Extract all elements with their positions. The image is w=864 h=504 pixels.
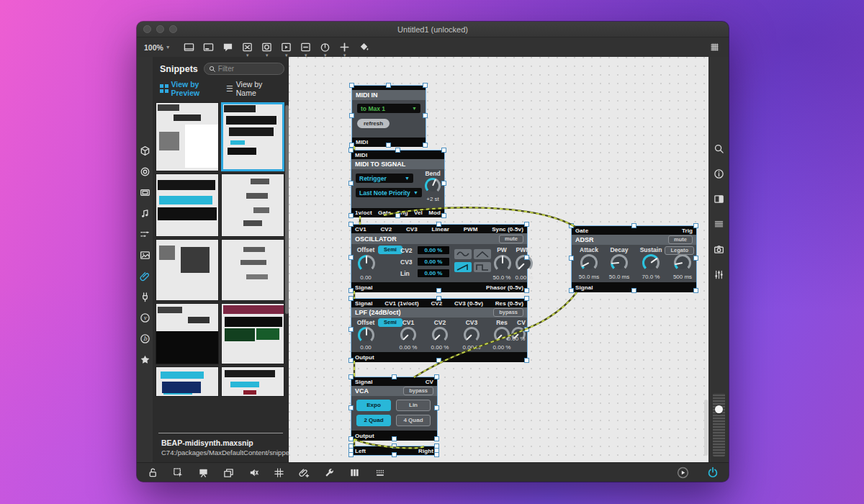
module-midi-in[interactable]: MIDI IN to Max 1▼ refresh MIDI: [351, 85, 426, 146]
selection-handle[interactable]: [423, 143, 428, 148]
refresh-button[interactable]: refresh: [357, 119, 390, 128]
message-box-icon[interactable]: [202, 40, 216, 55]
zoom-button[interactable]: [169, 25, 177, 33]
playbar-icon[interactable]: ▼: [279, 40, 294, 55]
toggle-icon[interactable]: ▼: [240, 40, 255, 55]
selection-handle[interactable]: [348, 222, 354, 227]
module-vca[interactable]: Signal CV VCA bypass Expo Lin 2 Quad 4 Q…: [351, 377, 438, 440]
adsr-mute-button[interactable]: mute: [668, 235, 693, 244]
snippet-thumbnail[interactable]: [156, 303, 219, 364]
layers-icon[interactable]: [221, 465, 235, 480]
selection-handle[interactable]: [386, 143, 391, 148]
close-button[interactable]: [143, 25, 151, 33]
dial-icon[interactable]: ▼: [318, 40, 333, 55]
selection-handle[interactable]: [569, 288, 574, 293]
selection-handle[interactable]: [349, 143, 354, 148]
waveform-triangle-button[interactable]: [474, 249, 491, 259]
vca-4quad-button[interactable]: 4 Quad: [396, 415, 431, 426]
selection-handle[interactable]: [436, 296, 441, 301]
lpf-cv3-knob[interactable]: [464, 327, 480, 343]
snippet-thumbnail[interactable]: [221, 174, 284, 237]
selection-handle[interactable]: [693, 223, 698, 228]
waveform-sine-button[interactable]: [454, 249, 472, 259]
keyboard-icon[interactable]: [372, 465, 387, 480]
format-bucket-icon[interactable]: [357, 40, 372, 55]
snippet-thumbnail[interactable]: [221, 303, 284, 364]
lpf-cv2-knob[interactable]: [432, 327, 448, 343]
snippets-search[interactable]: [204, 63, 284, 75]
selection-handle[interactable]: [348, 374, 354, 379]
vca-bypass-button[interactable]: bypass: [403, 387, 433, 395]
beap-icon[interactable]: b: [139, 333, 151, 345]
object-palette-icon[interactable]: [707, 40, 721, 55]
selection-handle[interactable]: [631, 288, 636, 293]
number-box-icon[interactable]: ▼: [299, 40, 313, 55]
piano-keys-icon[interactable]: [347, 465, 361, 480]
snippet-thumbnail[interactable]: [156, 366, 219, 397]
selection-handle[interactable]: [348, 181, 354, 186]
selection-handle[interactable]: [524, 288, 529, 293]
run-button-icon[interactable]: [675, 465, 690, 480]
lock-toggle-icon[interactable]: [145, 465, 160, 480]
selection-handle[interactable]: [434, 452, 439, 457]
selection-handle[interactable]: [524, 358, 529, 363]
selection-handle[interactable]: [348, 436, 354, 441]
selection-handle[interactable]: [349, 113, 354, 118]
media-icon[interactable]: [139, 186, 151, 199]
selection-handle[interactable]: [348, 148, 354, 153]
module-adsr[interactable]: Gate Trig ADSR mute Attack 50.0 ms Decay…: [571, 225, 697, 292]
audio-power-icon[interactable]: [706, 465, 720, 480]
plugs-icon[interactable]: [139, 291, 151, 303]
selection-handle[interactable]: [349, 83, 354, 88]
vizzie-icon[interactable]: v: [139, 312, 151, 324]
new-snippet-icon[interactable]: [297, 465, 311, 480]
selection-handle[interactable]: [441, 181, 446, 186]
lpf-cv1-knob[interactable]: [400, 327, 416, 343]
add-object-icon[interactable]: ▼: [338, 40, 352, 55]
selection-handle[interactable]: [392, 452, 397, 457]
view-by-name-tab[interactable]: ☰ View by Name: [226, 80, 282, 97]
images-icon[interactable]: [139, 249, 151, 261]
object-box-icon[interactable]: [182, 40, 197, 55]
selection-handle[interactable]: [693, 288, 698, 293]
selection-handle[interactable]: [436, 358, 441, 363]
favorites-icon[interactable]: [139, 354, 151, 366]
midi-icon[interactable]: [139, 207, 151, 220]
snippet-thumbnail[interactable]: [221, 366, 284, 397]
adsr-attack-knob[interactable]: [580, 254, 598, 271]
osc-semi-button[interactable]: Semi: [378, 246, 402, 254]
selection-handle[interactable]: [348, 296, 354, 301]
selection-handle[interactable]: [434, 374, 439, 379]
selection-handle[interactable]: [441, 213, 446, 218]
selection-handle[interactable]: [436, 222, 441, 227]
osc-mute-button[interactable]: mute: [499, 235, 523, 243]
selection-handle[interactable]: [524, 296, 529, 301]
patcher-canvas[interactable]: MIDI IN to Max 1▼ refresh MIDI MIDI MIDI…: [289, 57, 708, 462]
minimize-button[interactable]: [156, 25, 164, 33]
adsr-sustain-knob[interactable]: [642, 254, 660, 271]
snippet-thumbnail[interactable]: [221, 239, 284, 301]
selection-handle[interactable]: [436, 288, 441, 293]
osc-offset-knob[interactable]: [358, 255, 375, 272]
selection-handle[interactable]: [524, 222, 529, 227]
module-midi-to-signal[interactable]: MIDI MIDI TO SIGNAL Retrigger▼ Last Note…: [351, 150, 445, 217]
module-lpf[interactable]: Signal CV1 (1v/oct) CV2 CV3 (0-5v) Res (…: [351, 298, 528, 361]
selection-handle[interactable]: [395, 148, 400, 153]
selection-handle[interactable]: [395, 213, 400, 218]
info-icon[interactable]: [712, 167, 725, 180]
waveform-saw-button[interactable]: [454, 262, 472, 272]
note-priority-dropdown[interactable]: Last Note Priority▼: [356, 188, 422, 197]
osc-cv3-numbox[interactable]: 0.00 %: [418, 258, 449, 266]
comment-icon[interactable]: [221, 40, 235, 55]
selection-handle[interactable]: [348, 452, 354, 457]
selection-handle[interactable]: [631, 223, 636, 228]
snippet-thumbnail[interactable]: [156, 102, 219, 171]
presentation-mode-icon[interactable]: [196, 465, 210, 480]
selection-handle[interactable]: [434, 436, 439, 441]
selection-handle[interactable]: [693, 256, 698, 261]
adsr-legato-button[interactable]: Legato: [665, 246, 694, 255]
fader-knob[interactable]: [715, 405, 723, 413]
vca-expo-button[interactable]: Expo: [356, 400, 391, 411]
selection-handle[interactable]: [441, 148, 446, 153]
lpf-offset-knob[interactable]: [358, 327, 374, 343]
